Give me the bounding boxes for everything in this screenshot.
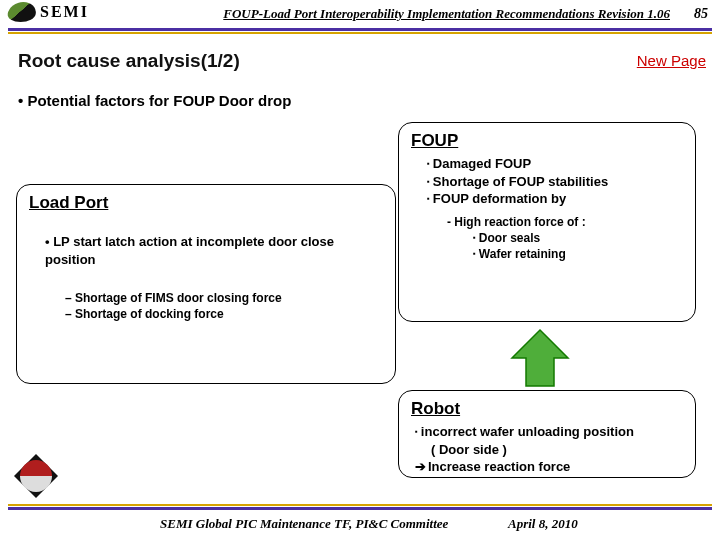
page-title: Root cause analysis(1/2) — [18, 50, 240, 72]
robot-line-1b: ( Door side ) — [411, 441, 683, 459]
footer-committee: SEMI Global PIC Maintenance TF, PI&C Com… — [160, 516, 448, 532]
robot-line-1: incorrect wafer unloading position — [411, 423, 683, 441]
lp-item-latch: LP start latch action at incomplete door… — [29, 233, 349, 268]
footer-divider — [8, 504, 712, 510]
foup-item-damaged: Damaged FOUP — [411, 155, 683, 173]
header-divider — [8, 28, 712, 34]
lp-sub-fims: Shortage of FIMS door closing force — [29, 290, 383, 306]
page-number: 85 — [694, 6, 708, 22]
foup-sub-wafer-retaining: Wafer retaining — [411, 246, 683, 262]
new-page-label: New Page — [637, 52, 706, 69]
foup-item-deformation: FOUP deformation by — [411, 190, 683, 208]
main-bullet: • Potential factors for FOUP Door drop — [18, 92, 291, 109]
load-port-heading: Load Port — [29, 193, 383, 213]
foup-item-shortage: Shortage of FOUP stabilities — [411, 173, 683, 191]
lp-sub-docking: Shortage of docking force — [29, 306, 383, 322]
foup-sub-reaction: High reaction force of : — [411, 214, 683, 230]
foup-box: FOUP Damaged FOUP Shortage of FOUP stabi… — [398, 122, 696, 322]
robot-line-2: Increase reaction force — [411, 458, 683, 476]
foup-sub-door-seals: Door seals — [411, 230, 683, 246]
robot-heading: Robot — [411, 399, 683, 419]
corner-logo-icon — [14, 454, 58, 498]
document-title: FOUP-Load Port Interoperability Implemen… — [223, 6, 670, 22]
logo-mark-icon — [7, 2, 38, 22]
robot-box: Robot incorrect wafer unloading position… — [398, 390, 696, 478]
svg-marker-0 — [512, 330, 568, 386]
logo-text: semi — [40, 3, 89, 21]
foup-heading: FOUP — [411, 131, 683, 151]
brand-logo: semi — [8, 2, 89, 22]
load-port-box: Load Port LP start latch action at incom… — [16, 184, 396, 384]
footer-date: April 8, 2010 — [508, 516, 578, 532]
arrow-up-icon — [510, 328, 570, 388]
